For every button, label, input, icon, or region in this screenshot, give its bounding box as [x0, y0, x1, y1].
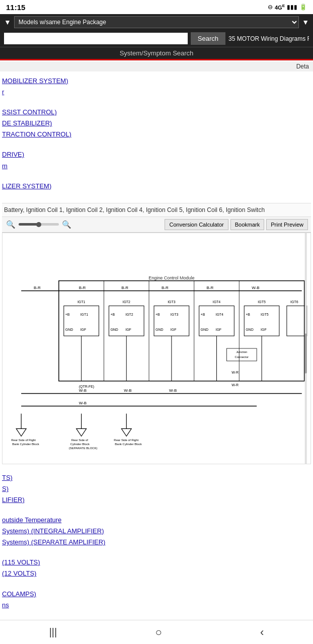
svg-text:GND: GND: [201, 328, 208, 331]
blink-12v[interactable]: (12 VOLTS): [2, 568, 311, 579]
svg-text:IGT5: IGT5: [258, 300, 266, 304]
link-traction-control[interactable]: TRACTION CONTROL): [2, 129, 311, 140]
home-button[interactable]: ○: [143, 623, 174, 642]
engine-package-dropdown[interactable]: Models w/same Engine Package: [14, 16, 299, 28]
link-mobilizer[interactable]: MOBILIZER SYSTEM): [2, 76, 311, 87]
diagram-info: Battery, Ignition Coil 1, Ignition Coil …: [2, 203, 311, 217]
link-r[interactable]: r: [2, 87, 311, 98]
minus-icon: ⊖: [268, 4, 273, 11]
svg-text:B-R: B-R: [79, 285, 86, 290]
svg-text:W-B: W-B: [169, 388, 177, 392]
svg-text:IGT1: IGT1: [81, 313, 89, 316]
svg-text:IGT4: IGT4: [215, 313, 223, 316]
bottom-link-section-2: outside Temperature Systems) (INTEGRAL A…: [2, 515, 311, 548]
svg-text:Rear Side of Right: Rear Side of Right: [11, 439, 36, 442]
back-button[interactable]: ‹: [248, 623, 276, 642]
search-input[interactable]: [4, 33, 188, 44]
link-lizer-system[interactable]: LIZER SYSTEM): [2, 181, 311, 192]
conversion-calculator-button[interactable]: Conversion Calculator: [165, 219, 228, 230]
detail-label: Deta: [296, 63, 309, 70]
svg-text:GND: GND: [246, 328, 253, 331]
svg-text:Junction: Junction: [236, 350, 247, 353]
symptom-search-bar: System/Symptom Search: [0, 47, 313, 59]
blink-integral-amplifier[interactable]: Systems) (INTEGRAL AMPLIFIER): [2, 526, 311, 537]
zoom-out-button[interactable]: 🔍: [5, 220, 17, 229]
svg-text:(QTR-FE): (QTR-FE): [79, 384, 95, 388]
nav-bar: ||| ○ ‹: [0, 620, 313, 644]
svg-text:(SEPARATE BLOCK): (SEPARATE BLOCK): [69, 447, 98, 450]
svg-text:IGF: IGF: [171, 328, 177, 331]
svg-text:IGT1: IGT1: [77, 300, 86, 304]
svg-text:W-B: W-B: [79, 388, 87, 392]
svg-text:IGF: IGF: [125, 328, 131, 331]
blink-s[interactable]: S): [2, 483, 311, 494]
svg-text:Connector: Connector: [234, 355, 249, 359]
zoom-in-button[interactable]: 🔍: [61, 220, 72, 229]
svg-text:+B: +B: [110, 313, 115, 316]
link-section-1: MOBILIZER SYSTEM) r: [2, 76, 311, 98]
blink-ts[interactable]: TS): [2, 472, 311, 483]
blink-colamps[interactable]: COLAMPS): [2, 589, 311, 600]
link-section-4: LIZER SYSTEM): [2, 181, 311, 192]
svg-text:B-R: B-R: [162, 285, 169, 290]
blink-lifier[interactable]: LIFIER): [2, 494, 311, 506]
svg-text:GND: GND: [155, 328, 163, 331]
nav-arrow-right[interactable]: ▼: [302, 18, 309, 26]
top-nav: ▼ Models w/same Engine Package ▼: [0, 14, 313, 30]
svg-text:Engine Control Module: Engine Control Module: [148, 275, 194, 280]
link-assist-control[interactable]: SSIST CONTROL): [2, 107, 311, 118]
link-section-3: DRIVE) m: [2, 149, 311, 171]
results-count: 35 MOTOR Wiring Diagrams Foun: [228, 35, 309, 42]
status-bar: 11:15 ⊖ 4GE ▮▮▮ 🔋: [0, 0, 313, 14]
battery-icon: 🔋: [299, 4, 307, 11]
svg-text:IGT2: IGT2: [125, 313, 133, 316]
wiring-diagram-svg: Engine Control Module B-R B-R B-R B-R B-…: [3, 233, 310, 464]
network-indicator: 4GE: [275, 4, 285, 11]
bottom-content: TS) S) LIFIER) outside Temperature Syste…: [0, 468, 313, 644]
nav-arrow-left[interactable]: ▼: [4, 18, 11, 26]
status-time: 11:15: [6, 3, 25, 12]
svg-text:W-B: W-B: [79, 400, 87, 405]
svg-text:IGT5: IGT5: [261, 313, 269, 316]
symptom-search-link[interactable]: System/Symptom Search: [120, 49, 194, 57]
svg-text:B-R: B-R: [34, 285, 41, 290]
main-content: MOBILIZER SYSTEM) r SSIST CONTROL) DE ST…: [0, 71, 313, 468]
svg-text:W-B: W-B: [252, 285, 259, 290]
link-m[interactable]: m: [2, 161, 311, 172]
svg-text:IGF: IGF: [81, 328, 87, 331]
svg-text:B-R: B-R: [207, 285, 214, 290]
search-bar: Search 35 MOTOR Wiring Diagrams Foun: [0, 30, 313, 47]
svg-text:Rear Side of: Rear Side of: [71, 439, 89, 442]
svg-rect-83: [305, 333, 307, 374]
svg-text:B-R: B-R: [121, 285, 128, 290]
red-divider: [0, 59, 313, 60]
svg-text:IGT2: IGT2: [123, 300, 131, 304]
bottom-link-section-3: (115 VOLTS) (12 VOLTS): [2, 557, 311, 579]
svg-text:GND: GND: [110, 328, 118, 331]
svg-text:Bank Cylinder Block: Bank Cylinder Block: [12, 443, 39, 446]
zoom-slider[interactable]: [19, 223, 59, 226]
svg-text:IGF: IGF: [261, 328, 267, 331]
blink-ns[interactable]: ns: [2, 600, 311, 611]
svg-text:IGT6: IGT6: [290, 300, 298, 304]
detail-bar: Deta: [0, 61, 313, 71]
print-preview-button[interactable]: Print Preview: [266, 219, 308, 230]
svg-text:Bank Cylinder Block: Bank Cylinder Block: [115, 443, 141, 446]
link-de-stabilizer[interactable]: DE STABILIZER): [2, 118, 311, 129]
bookmark-button[interactable]: Bookmark: [230, 219, 265, 230]
bottom-link-section-4: COLAMPS) ns: [2, 589, 311, 611]
blink-outside-temp[interactable]: outside Temperature: [2, 515, 311, 526]
zoom-controls: 🔍 🔍: [5, 220, 72, 229]
bottom-link-section-1: TS) S) LIFIER): [2, 472, 311, 506]
link-drive[interactable]: DRIVE): [2, 149, 311, 160]
svg-text:IGT4: IGT4: [213, 300, 221, 304]
menu-button[interactable]: |||: [37, 623, 69, 641]
diagram-info-text: Battery, Ignition Coil 1, Ignition Coil …: [4, 206, 265, 213]
svg-text:+B: +B: [246, 313, 250, 316]
svg-text:W-R: W-R: [231, 383, 239, 386]
diagram-toolbar: 🔍 🔍 Conversion Calculator Bookmark Print…: [2, 217, 311, 233]
search-button[interactable]: Search: [191, 32, 225, 45]
svg-text:Cylinder Block: Cylinder Block: [70, 443, 90, 446]
blink-115v[interactable]: (115 VOLTS): [2, 557, 311, 568]
blink-separate-amplifier[interactable]: Systems) (SEPARATE AMPLIFIER): [2, 537, 311, 548]
